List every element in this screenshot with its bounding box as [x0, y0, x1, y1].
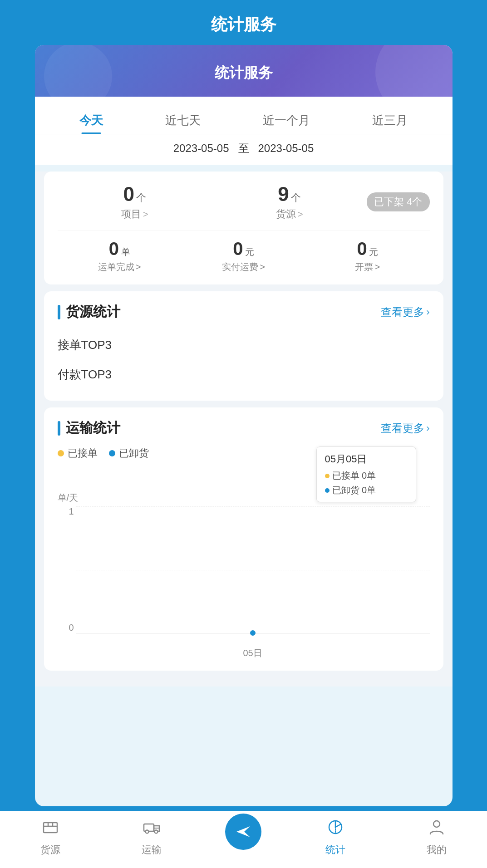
chart-area: 1 0: [76, 506, 430, 633]
tooltip-date: 05月05日: [325, 452, 408, 466]
cargo-section-header: 货源统计 查看更多 ›: [58, 303, 430, 321]
svg-point-5: [145, 830, 148, 834]
legend-unloaded: 已卸货: [109, 446, 149, 460]
cargo-arrow: >: [298, 209, 303, 220]
bottom-nav: 货源 运输: [0, 811, 487, 868]
freight-stat: 0 元 实付运费 >: [182, 239, 305, 273]
freight-value: 0: [233, 239, 243, 259]
cargo-label[interactable]: 货源 >: [212, 207, 367, 221]
stats-bottom-row: 0 单 运单完成 > 0 元 实付运费 >: [58, 230, 430, 273]
chart-data-dot: [250, 630, 256, 636]
box-icon: [41, 818, 59, 840]
x-label: 05日: [243, 647, 262, 659]
projects-unit: 个: [136, 192, 146, 203]
cargo-stats-card: 货源统计 查看更多 › 接单TOP3 付款TOP3: [44, 291, 443, 401]
orders-value: 0: [109, 239, 119, 259]
orders-stat: 0 单 运单完成 >: [58, 239, 182, 273]
cargo-section-title: 货源统计: [66, 303, 120, 321]
date-range: 2023-05-05 至 2023-05-05: [35, 134, 453, 165]
orders-label[interactable]: 运单完成 >: [58, 261, 182, 273]
freight-unit: 元: [245, 247, 254, 257]
tab-1month[interactable]: 近一个月: [258, 106, 315, 134]
nav-cargo[interactable]: 货源: [23, 818, 78, 857]
cargo-top3-orders: 接单TOP3: [58, 330, 430, 360]
header-banner: 统计服务: [35, 45, 453, 97]
date-separator: 至: [238, 141, 249, 156]
orders-unit: 单: [121, 247, 130, 257]
summary-stats-card: 0 个 项目 > 9 个 货源 >: [44, 172, 443, 284]
legend-accepted: 已接单: [58, 446, 98, 460]
invoice-unit: 元: [369, 247, 378, 257]
y-tick-0: 0: [58, 623, 74, 633]
nav-stats[interactable]: 统计: [308, 818, 363, 857]
freight-arrow: >: [260, 262, 265, 272]
main-container: 统计服务 今天 近七天 近一个月 近三月 2023-05-05 至 2023-0…: [35, 45, 453, 806]
person-icon: [428, 818, 446, 840]
truck-icon: [143, 818, 161, 840]
cargo-unit: 个: [291, 192, 301, 203]
nav-cargo-label: 货源: [40, 843, 60, 857]
chart-grid-mid: [76, 570, 430, 570]
transport-stats-card: 运输统计 查看更多 › 已接单 已卸货: [44, 407, 443, 671]
cargo-accent: [58, 305, 60, 319]
date-tabs: 今天 近七天 近一个月 近三月: [35, 97, 453, 134]
transport-view-more[interactable]: 查看更多 ›: [381, 421, 429, 436]
destock-badge[interactable]: 已下架 4个: [367, 192, 429, 211]
nav-transport[interactable]: 运输: [124, 818, 179, 857]
cargo-chevron-icon: ›: [426, 306, 429, 318]
projects-stat: 0 个 项目 >: [58, 183, 212, 221]
svg-point-6: [154, 830, 157, 834]
chart-x-labels: 05日: [76, 647, 430, 659]
svg-point-9: [433, 821, 440, 827]
svg-rect-4: [144, 824, 154, 831]
nav-center[interactable]: [225, 823, 261, 853]
legend-unloaded-dot: [109, 450, 115, 456]
cargo-view-more[interactable]: 查看更多 ›: [381, 305, 429, 319]
legend-accepted-dot: [58, 450, 64, 456]
stats-top-row: 0 个 项目 > 9 个 货源 >: [58, 183, 430, 221]
send-icon: [234, 823, 252, 841]
date-to: 2023-05-05: [258, 142, 314, 155]
chart-legend: 已接单 已卸货: [58, 446, 149, 460]
transport-chevron-icon: ›: [426, 422, 429, 434]
tab-3months[interactable]: 近三月: [368, 106, 412, 134]
send-circle[interactable]: [225, 814, 261, 850]
projects-label[interactable]: 项目 >: [58, 207, 212, 221]
content-area: 0 个 项目 > 9 个 货源 >: [35, 172, 453, 687]
top-bar: 统计服务: [0, 0, 487, 45]
page-title: 统计服务: [0, 14, 487, 36]
tooltip-accepted-dot: [325, 474, 330, 478]
chart-grid-top: [76, 506, 430, 507]
tab-7days[interactable]: 近七天: [161, 106, 205, 134]
projects-value: 0: [123, 183, 134, 205]
chart-y-axis: 1 0: [58, 506, 74, 633]
invoice-value: 0: [357, 239, 367, 259]
svg-rect-0: [44, 823, 57, 833]
invoice-label[interactable]: 开票 >: [305, 261, 429, 273]
nav-stats-label: 统计: [325, 843, 345, 857]
chart-y-label: 单/天: [58, 492, 430, 504]
y-tick-1: 1: [58, 506, 74, 517]
orders-arrow: >: [136, 262, 141, 272]
cargo-stat: 9 个 货源 >: [212, 183, 367, 221]
cargo-title-wrap: 货源统计: [58, 303, 120, 321]
chart-wrapper: 单/天 1 0 05日: [58, 492, 430, 659]
cargo-top3-payment: 付款TOP3: [58, 360, 430, 389]
cargo-value: 9: [278, 183, 289, 205]
date-from: 2023-05-05: [173, 142, 229, 155]
tooltip-row-accepted: 已接单 0单: [325, 470, 408, 482]
transport-title-wrap: 运输统计: [58, 419, 120, 437]
chart-icon: [326, 818, 344, 840]
nav-transport-label: 运输: [142, 843, 162, 857]
projects-arrow: >: [143, 209, 148, 220]
freight-label[interactable]: 实付运费 >: [182, 261, 305, 273]
nav-mine-label: 我的: [427, 843, 447, 857]
tab-today[interactable]: 今天: [75, 106, 108, 134]
invoice-stat: 0 元 开票 >: [305, 239, 429, 273]
nav-mine[interactable]: 我的: [409, 818, 464, 857]
invoice-arrow: >: [374, 262, 380, 272]
transport-section-title: 运输统计: [66, 419, 120, 437]
banner-title: 统计服务: [44, 63, 443, 83]
transport-accent: [58, 421, 60, 436]
transport-section-header: 运输统计 查看更多 ›: [58, 419, 430, 437]
